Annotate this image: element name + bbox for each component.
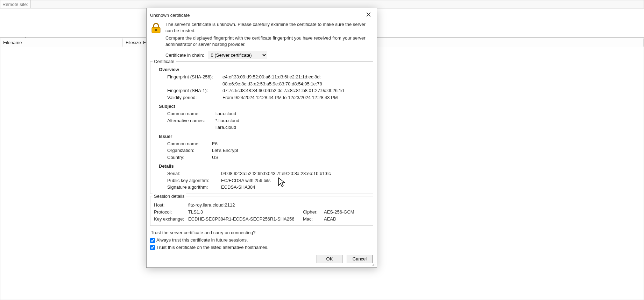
unknown-certificate-dialog: Unknown certificate The server's certifi…	[146, 8, 377, 268]
close-button[interactable]	[361, 9, 375, 19]
trust-question: Trust the server certificate and carry o…	[149, 228, 374, 235]
always-trust-checkbox[interactable]	[150, 238, 155, 243]
cipher-label: Cipher:	[303, 209, 320, 216]
issuer-org-value: Let's Encrypt	[212, 147, 369, 154]
certificate-chain-select[interactable]: 0 (Server certificate)	[208, 51, 267, 59]
warning-line-2: Compare the displayed fingerprint with t…	[165, 35, 373, 47]
validity-value: From 9/24/2024 12:28:44 PM to 12/23/2024…	[222, 94, 369, 101]
fingerprint-sha256-label: Fingerprint (SHA-256):	[167, 74, 218, 87]
details-title: Details	[159, 163, 369, 169]
column-filename[interactable]: Filename	[0, 39, 123, 47]
issuer-country-label: Country:	[167, 154, 208, 161]
subject-cn-value: liara.cloud	[215, 110, 369, 117]
fingerprint-sha256-value-2: 08:e6:9e:8c:d3:e2:53:a5:9e:83:70:d8:54:9…	[222, 81, 369, 88]
issuer-cn-label: Common name:	[167, 140, 208, 147]
chevron-up-icon: ˄	[25, 37, 27, 41]
always-trust-label: Always trust this certificate in future …	[156, 237, 248, 244]
sigalg-value: ECDSA-SHA384	[221, 184, 369, 191]
serial-value: 04:08:92:3a:52:f2:6b:b0:43:7f:e9:20:8a:2…	[221, 170, 369, 177]
svg-rect-3	[155, 29, 157, 31]
issuer-cn-value: E6	[212, 140, 369, 147]
subject-title: Subject	[159, 104, 369, 109]
host-label: Host:	[154, 202, 185, 209]
issuer-country-value: US	[212, 154, 369, 161]
dialog-title: Unknown certificate	[150, 13, 190, 18]
resize-grip-icon[interactable]	[371, 262, 376, 267]
pkalg-value: EC/ECDSA with 256 bits	[221, 177, 369, 184]
fingerprint-sha256-value-1: e4:ef:33:09:d9:52:00:a6:11:d3:6f:e2:21:1…	[222, 74, 369, 81]
mac-label: Mac:	[303, 216, 320, 223]
issuer-org-label: Organization:	[167, 147, 208, 154]
close-icon	[366, 12, 371, 17]
trust-alt-label: Trust this certificate on the listed alt…	[156, 244, 268, 251]
ok-button[interactable]: OK	[317, 255, 342, 263]
svg-point-9	[375, 265, 375, 266]
svg-point-6	[375, 264, 375, 265]
mac-value: AEAD	[324, 216, 369, 223]
cancel-button[interactable]: Cancel	[347, 255, 373, 263]
trust-alt-checkbox-row[interactable]: Trust this certificate on the listed alt…	[149, 244, 373, 251]
warning-line-1: The server's certificate is unknown. Ple…	[165, 21, 373, 34]
serial-label: Serial:	[167, 170, 217, 177]
protocol-value: TLS1.3	[188, 209, 299, 216]
kex-label: Key exchange:	[154, 216, 185, 223]
svg-point-4	[375, 263, 375, 263]
pkalg-label: Public key algorithm:	[167, 177, 217, 184]
remote-site-label: Remote site:	[0, 0, 30, 8]
fingerprint-sha1-value: d7:7c:5c:f8:48:34:60:b6:b2:0c:7a:8c:81:b…	[222, 87, 369, 94]
kex-value: ECDHE-SECP384R1-ECDSA-SECP256R1-SHA256	[188, 216, 299, 223]
lock-warning-icon	[150, 22, 162, 35]
svg-point-5	[373, 264, 374, 265]
subject-alt-value-1: *.liara.cloud	[215, 117, 369, 124]
dialog-titlebar: Unknown certificate	[147, 8, 377, 21]
cipher-value: AES-256-GCM	[324, 209, 369, 216]
always-trust-checkbox-row[interactable]: Always trust this certificate in future …	[149, 237, 373, 244]
trust-alt-checkbox[interactable]	[150, 245, 155, 250]
subject-alt-value-2: liara.cloud	[215, 124, 369, 131]
validity-label: Validity period:	[167, 94, 218, 101]
issuer-title: Issuer	[159, 134, 369, 139]
svg-point-8	[373, 265, 374, 266]
host-value: fitz-roy.liara.cloud:2112	[188, 202, 299, 209]
column-filesize[interactable]: Filesize	[123, 39, 140, 47]
fingerprint-sha1-label: Fingerprint (SHA-1):	[167, 87, 218, 94]
remote-site-bar: Remote site:	[0, 0, 644, 8]
session-group-legend: Session details	[153, 194, 186, 199]
certificate-chain-label: Certificate in chain:	[165, 53, 204, 58]
remote-site-input[interactable]	[30, 0, 644, 8]
svg-point-7	[372, 265, 373, 266]
subject-alt-label: Alternative names:	[167, 117, 211, 131]
overview-title: Overview	[159, 67, 369, 72]
sigalg-label: Signature algorithm:	[167, 184, 217, 191]
protocol-label: Protocol:	[154, 209, 185, 216]
subject-cn-label: Common name:	[167, 110, 211, 117]
certificate-group-legend: Certificate	[153, 59, 176, 64]
